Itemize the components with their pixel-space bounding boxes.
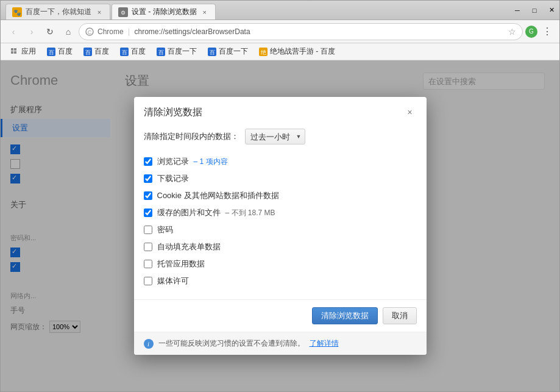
apps-icon <box>10 48 19 56</box>
checkbox-cache-label: 缓存的图片和文件 <box>157 207 221 218</box>
tab-2[interactable]: ⚙ 设置 - 清除浏览数据 × <box>112 4 216 20</box>
lock-icon: C <box>85 27 94 36</box>
svg-text:百: 百 <box>85 49 91 55</box>
info-bar: i 一些可能反映浏览习惯的设置不会遭到清除。 了解详情 <box>134 332 427 355</box>
svg-rect-6 <box>11 48 13 51</box>
checkbox-cache: 缓存的图片和文件 – 不到 18.7 MB <box>144 204 417 221</box>
checkbox-hosted-apps: 托管应用数据 <box>144 255 417 273</box>
svg-text:百: 百 <box>122 49 127 55</box>
checkbox-autofill-input[interactable] <box>144 243 152 251</box>
window-controls: ─ □ ✕ <box>509 4 559 16</box>
time-label: 清除指定时间段内的数据： <box>144 131 239 142</box>
svg-rect-8 <box>11 51 13 54</box>
paw-icon-bm6: 绝 <box>259 48 268 56</box>
paw-icon-bm5: 百 <box>208 48 216 56</box>
info-icon: i <box>144 339 154 349</box>
checkbox-history: 浏览记录 – 1 项内容 <box>144 153 417 170</box>
refresh-button[interactable]: ↻ <box>42 24 58 40</box>
paw-icon: 🐾 <box>12 7 22 17</box>
bookmark-baidu-5[interactable]: 百 百度一下 <box>203 45 253 58</box>
tab-1-close[interactable]: × <box>95 8 104 16</box>
checkbox-cookies-label: Cookie 及其他网站数据和插件数据 <box>157 190 279 201</box>
bookmark-baidu-1-label: 百度 <box>58 46 73 57</box>
svg-text:绝: 绝 <box>261 49 266 55</box>
navbar: ‹ › ↻ ⌂ C Chrome | chrome://settings/cle… <box>1 20 559 43</box>
checkbox-media: 媒体许可 <box>144 273 417 290</box>
dialog-close-button[interactable]: × <box>403 105 417 119</box>
checkbox-media-input[interactable] <box>144 277 152 285</box>
checkbox-passwords-input[interactable] <box>144 226 152 234</box>
checkbox-downloads-input[interactable] <box>144 174 152 183</box>
bookmark-apps-label: 应用 <box>21 46 36 57</box>
dialog-footer: 清除浏览数据 取消 <box>134 299 427 332</box>
star-button[interactable]: ☆ <box>508 27 516 37</box>
checkbox-history-input[interactable] <box>144 157 152 166</box>
dialog-titlebar: 清除浏览数据 × <box>134 97 427 124</box>
paw-icon-bm1: 百 <box>47 48 55 56</box>
bookmark-baidu-3-label: 百度 <box>131 46 146 57</box>
tab-2-label: 设置 - 清除浏览数据 <box>132 7 197 17</box>
url-path: chrome://settings/clearBrowserData <box>135 27 250 36</box>
checkbox-passwords-label: 密码 <box>157 224 173 235</box>
checkbox-hosted-apps-label: 托管应用数据 <box>157 258 205 269</box>
checkbox-history-label: 浏览记录 <box>157 156 189 167</box>
tab-1-label: 百度一下，你就知道 <box>26 7 91 17</box>
content-area: Chrome 扩展程序 设置 关于 <box>1 60 559 391</box>
tab-2-close[interactable]: × <box>200 8 209 16</box>
omnibox-text: Chrome | chrome://settings/clearBrowserD… <box>97 27 505 36</box>
bookmarks-bar: 应用 百 百度 百 百度 百 百度 百 百度一下 百 百度一下 绝 绝地战营手游… <box>1 43 559 60</box>
paw-icon-bm3: 百 <box>120 48 129 56</box>
checkbox-autofill: 自动填充表单数据 <box>144 238 417 255</box>
browser-window: 🐾 百度一下，你就知道 × ⚙ 设置 - 清除浏览数据 × ─ □ ✕ ‹ › <box>0 0 560 392</box>
info-text: 一些可能反映浏览习惯的设置不会遭到清除。 <box>158 338 305 349</box>
svg-text:C: C <box>88 29 92 35</box>
url-separator: | <box>128 27 130 36</box>
svg-text:百: 百 <box>49 49 54 55</box>
bookmark-pubg[interactable]: 绝 绝地战营手游 - 百度 <box>254 45 340 58</box>
bookmark-apps[interactable]: 应用 <box>5 45 41 58</box>
svg-text:百: 百 <box>158 49 164 55</box>
svg-rect-7 <box>14 48 16 51</box>
checkbox-downloads: 下载记录 <box>144 170 417 187</box>
menu-button[interactable]: ⋮ <box>540 26 555 37</box>
overlay: 清除浏览数据 × 清除指定时间段内的数据： 过去一小时 过去一天 过去一周 <box>1 60 559 391</box>
omnibox[interactable]: C Chrome | chrome://settings/clearBrowse… <box>79 23 523 40</box>
minimize-button[interactable]: ─ <box>509 4 525 16</box>
extension-icon[interactable]: G <box>525 26 537 38</box>
paw-icon-bm2: 百 <box>83 48 92 56</box>
bookmark-baidu-4-label: 百度一下 <box>168 46 197 57</box>
checkbox-cache-input[interactable] <box>144 208 152 217</box>
svg-text:百: 百 <box>210 49 215 55</box>
tab-1[interactable]: 🐾 百度一下，你就知道 × <box>5 4 110 20</box>
maximize-button[interactable]: □ <box>526 4 542 16</box>
bookmark-baidu-2-label: 百度 <box>94 46 109 57</box>
close-button[interactable]: ✕ <box>544 4 559 16</box>
checkbox-downloads-label: 下载记录 <box>157 173 189 184</box>
url-protocol: Chrome <box>97 27 124 36</box>
checkbox-cookies-input[interactable] <box>144 191 152 200</box>
settings-tab-icon: ⚙ <box>118 7 128 17</box>
paw-icon-bm4: 百 <box>157 48 165 56</box>
clear-data-button[interactable]: 清除浏览数据 <box>312 307 378 324</box>
bookmark-pubg-label: 绝地战营手游 - 百度 <box>270 46 335 57</box>
checkbox-cache-note: – 不到 18.7 MB <box>225 208 275 218</box>
home-button[interactable]: ⌂ <box>60 24 76 40</box>
titlebar: 🐾 百度一下，你就知道 × ⚙ 设置 - 清除浏览数据 × ─ □ ✕ <box>1 1 559 20</box>
clear-browser-data-dialog: 清除浏览数据 × 清除指定时间段内的数据： 过去一小时 过去一天 过去一周 <box>134 97 427 355</box>
info-link[interactable]: 了解详情 <box>310 338 339 349</box>
forward-button[interactable]: › <box>24 24 40 40</box>
dialog-title: 清除浏览数据 <box>144 106 202 119</box>
bookmark-baidu-2[interactable]: 百 百度 <box>79 45 114 58</box>
cancel-button[interactable]: 取消 <box>383 307 417 324</box>
time-select-wrapper: 过去一小时 过去一天 过去一周 过去四周 所有时间 <box>245 129 305 144</box>
checkbox-hosted-apps-input[interactable] <box>144 260 152 268</box>
bookmark-baidu-4[interactable]: 百 百度一下 <box>152 45 202 58</box>
checkbox-history-note: – 1 项内容 <box>194 157 228 167</box>
time-range-select[interactable]: 过去一小时 过去一天 过去一周 过去四周 所有时间 <box>245 129 305 144</box>
bookmark-baidu-1[interactable]: 百 百度 <box>42 45 77 58</box>
back-button[interactable]: ‹ <box>5 24 21 40</box>
checkbox-passwords: 密码 <box>144 221 417 238</box>
checkbox-cookies: Cookie 及其他网站数据和插件数据 <box>144 187 417 204</box>
bookmark-baidu-3[interactable]: 百 百度 <box>115 45 151 58</box>
bookmark-baidu-5-label: 百度一下 <box>219 46 248 57</box>
